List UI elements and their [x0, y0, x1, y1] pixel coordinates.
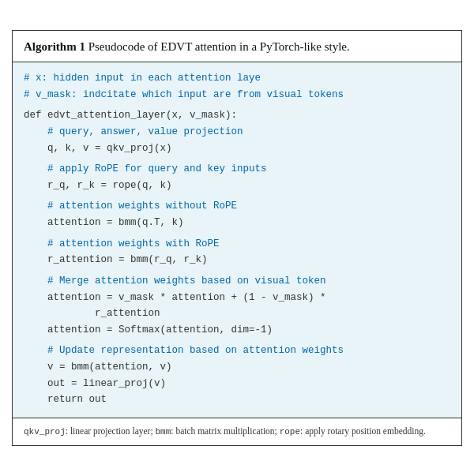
footer-term-qkv: qkv_proj — [24, 427, 66, 437]
footer-term-rope: rope — [280, 427, 300, 437]
code-comment-line: # v_mask: indcitate which input are from… — [24, 87, 450, 103]
code-comment-line: # Merge attention weights based on visua… — [24, 273, 450, 290]
algorithm-footer: qkv_proj: linear projection layer; bmm: … — [13, 418, 461, 445]
code-comment-line: # query, answer, value projection — [24, 124, 450, 141]
algorithm-header: Algorithm 1 Pseudocode of EDVT attention… — [13, 31, 461, 62]
footer-term-bmm: bmm — [156, 427, 171, 437]
code-line: attention = v_mask * attention + (1 - v_… — [24, 290, 450, 306]
code-comment-line: # attention weights with RoPE — [24, 236, 450, 253]
code-line: attention = bmm(q.T, k) — [24, 215, 450, 231]
code-comment-line: # x: hidden input in each attention laye — [24, 70, 450, 87]
algorithm-box: Algorithm 1 Pseudocode of EDVT attention… — [12, 30, 462, 446]
algorithm-code-block: # x: hidden input in each attention laye… — [13, 62, 461, 418]
code-line: def edvt_attention_layer(x, v_mask): — [24, 107, 450, 124]
code-comment-line: # apply RoPE for query and key inputs — [24, 161, 450, 178]
code-line: r_q, r_k = rope(q, k) — [24, 178, 450, 194]
code-line: q, k, v = qkv_proj(x) — [24, 141, 450, 157]
code-comment-line: # attention weights without RoPE — [24, 198, 450, 215]
code-line: r_attention = bmm(r_q, r_k) — [24, 252, 450, 268]
code-line: v = bmm(attention, v) — [24, 359, 450, 376]
code-line: return out — [24, 392, 450, 408]
algorithm-title: Algorithm 1 Pseudocode of EDVT attention… — [24, 40, 350, 53]
code-line: r_attention — [24, 305, 450, 322]
code-comment-line: # Update representation based on attenti… — [24, 343, 450, 359]
code-line: attention = Softmax(attention, dim=-1) — [24, 322, 450, 339]
code-line: out = linear_proj(v) — [24, 376, 450, 392]
